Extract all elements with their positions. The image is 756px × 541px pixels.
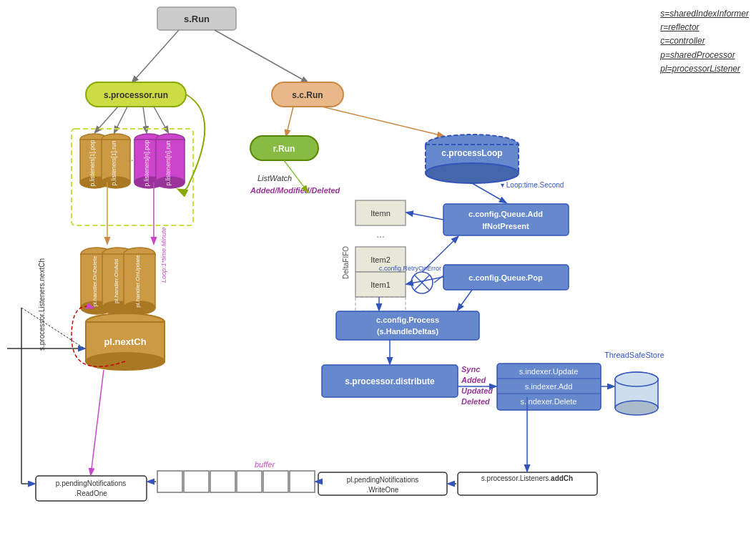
svg-text:p.listeners[1].run: p.listeners[1].run xyxy=(110,140,117,185)
svg-line-133 xyxy=(21,308,84,349)
svg-text:pl.nextCh: pl.nextCh xyxy=(104,336,146,347)
svg-line-130 xyxy=(91,370,104,474)
svg-text:p.listeners[n].run: p.listeners[n].run xyxy=(165,140,172,185)
svg-rect-71 xyxy=(443,204,569,235)
svg-line-75 xyxy=(407,213,443,220)
svg-text:buffer: buffer xyxy=(255,460,275,469)
svg-rect-115 xyxy=(157,471,182,492)
legend-line-3: c=controller xyxy=(660,34,749,48)
svg-line-52 xyxy=(322,107,443,136)
svg-line-84 xyxy=(434,276,443,283)
svg-text:p.pendingNotifications: p.pendingNotifications xyxy=(56,479,126,487)
svg-text:IfNotPresent: IfNotPresent xyxy=(482,222,529,230)
svg-text:ListWatch: ListWatch xyxy=(257,174,292,182)
svg-text:Deleted: Deleted xyxy=(461,397,490,406)
svg-text:s.indexer.Update: s.indexer.Update xyxy=(519,367,579,376)
svg-text:(s.HandleDeltas): (s.HandleDeltas) xyxy=(377,327,439,336)
svg-text:···: ··· xyxy=(376,230,385,242)
svg-text:s.processor.distribute: s.processor.distribute xyxy=(345,376,435,386)
svg-text:pl.handler.OnUpdate: pl.handler.OnUpdate xyxy=(134,255,141,308)
svg-text:Loop:1*time.Minute: Loop:1*time.Minute xyxy=(160,227,167,283)
svg-rect-118 xyxy=(237,471,262,492)
svg-text:s.indexer.Delete: s.indexer.Delete xyxy=(521,397,577,406)
svg-text:pl.handler.OnAdd: pl.handler.OnAdd xyxy=(113,259,119,303)
svg-text:Itemn: Itemn xyxy=(370,209,391,218)
svg-text:s.Run: s.Run xyxy=(184,14,210,24)
svg-line-88 xyxy=(458,290,472,310)
svg-rect-120 xyxy=(290,471,315,492)
svg-rect-70 xyxy=(355,297,406,311)
svg-text:▾ Loop:time.Second: ▾ Loop:time.Second xyxy=(501,181,564,189)
architecture-diagram: s.Run s.processor.run s.c.Run p.listener… xyxy=(0,0,756,541)
svg-text:p.listeners[1].pop: p.listeners[1].pop xyxy=(89,140,96,186)
svg-text:c.config.Queue.Pop: c.config.Queue.Pop xyxy=(468,273,543,282)
svg-text:c.processLoop: c.processLoop xyxy=(441,148,502,158)
svg-text:Item2: Item2 xyxy=(370,255,391,264)
svg-rect-116 xyxy=(184,471,209,492)
svg-text:Added/Modified/Deleted: Added/Modified/Deleted xyxy=(250,186,340,195)
svg-text:c.config.RetryOnError: c.config.RetryOnError xyxy=(379,265,441,272)
svg-text:Item1: Item1 xyxy=(370,281,391,289)
legend-line-5: pl=processorListener xyxy=(660,62,749,76)
diagram-container: s.Run s.processor.run s.c.Run p.listener… xyxy=(0,0,756,541)
svg-text:Added: Added xyxy=(461,376,486,384)
svg-text:.WriteOne: .WriteOne xyxy=(367,486,399,494)
svg-text:p.listeners[n].pop: p.listeners[n].pop xyxy=(143,140,150,186)
svg-rect-117 xyxy=(210,471,235,492)
legend: s=sharedIndexInformer r=reflector c=cont… xyxy=(660,7,749,76)
legend-line-1: s=sharedIndexInformer xyxy=(660,7,749,21)
legend-line-4: p=sharedProcessor xyxy=(660,49,749,62)
svg-text:c.config.Process: c.config.Process xyxy=(376,316,439,324)
svg-line-3 xyxy=(215,30,308,82)
svg-line-2 xyxy=(132,30,179,82)
svg-text:pl.pendingNotifications: pl.pendingNotifications xyxy=(347,476,419,484)
svg-text:s.c.Run: s.c.Run xyxy=(292,90,323,100)
svg-point-57 xyxy=(426,163,519,183)
svg-point-107 xyxy=(615,401,658,415)
svg-line-51 xyxy=(286,107,293,136)
svg-text:s.processor.run: s.processor.run xyxy=(104,90,168,100)
svg-text:c.config.Queue.Add: c.config.Queue.Add xyxy=(468,210,543,218)
legend-line-2: r=reflector xyxy=(660,21,749,34)
svg-text:Sync: Sync xyxy=(461,365,480,374)
svg-text:Updated: Updated xyxy=(461,386,493,395)
svg-rect-119 xyxy=(263,471,288,492)
svg-text:s.processor.Listeners.addCh: s.processor.Listeners.addCh xyxy=(481,474,573,482)
svg-point-108 xyxy=(615,372,658,386)
svg-text:r.Run: r.Run xyxy=(273,144,295,154)
svg-text:ThreadSafeStore: ThreadSafeStore xyxy=(604,351,664,359)
svg-text:pl.handler.OnDelete: pl.handler.OnDelete xyxy=(92,255,98,306)
svg-text:s.processor.Listeners.nextCh: s.processor.Listeners.nextCh xyxy=(38,258,46,351)
svg-text:DeltaFIFO: DeltaFIFO xyxy=(342,246,350,279)
svg-text:s.indexer.Add: s.indexer.Add xyxy=(525,382,573,391)
svg-text:.ReadOne: .ReadOne xyxy=(74,489,107,497)
